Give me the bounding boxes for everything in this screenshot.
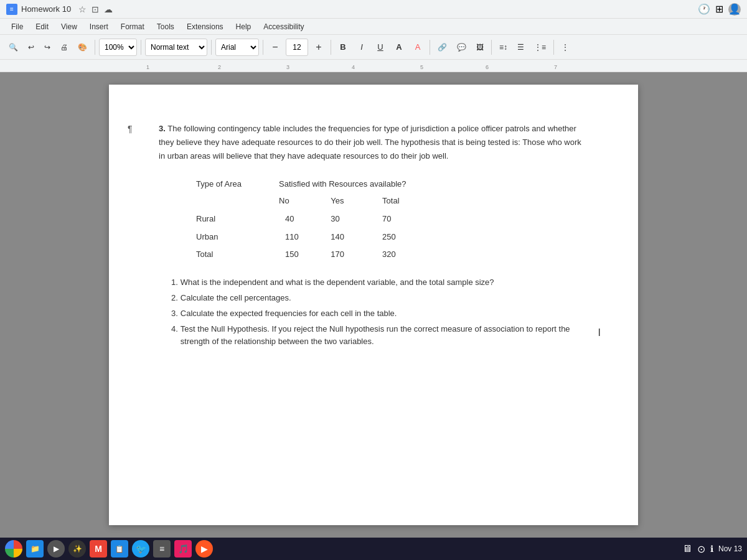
menu-tools[interactable]: Tools bbox=[152, 21, 179, 32]
divider-3 bbox=[211, 40, 212, 55]
bold-button[interactable]: B bbox=[335, 39, 351, 56]
menu-bar: File Edit View Insert Format Tools Exten… bbox=[0, 19, 747, 35]
divider-4 bbox=[263, 40, 263, 55]
app-icon: ≡ bbox=[6, 4, 17, 15]
question-3-block: 3. The following contingency table inclu… bbox=[159, 122, 588, 348]
title-icons: ☆ ⊡ ☁ bbox=[78, 4, 113, 14]
sub-q4-num: 4. bbox=[171, 323, 178, 349]
sub-q3-text: Calculate the expected frequencies for e… bbox=[181, 307, 397, 320]
star-icon[interactable]: ☆ bbox=[78, 4, 87, 14]
taskbar-docs-icon[interactable]: 📋 bbox=[111, 540, 128, 558]
taskbar-spark-icon[interactable]: ✨ bbox=[68, 540, 86, 558]
style-select[interactable]: Normal text bbox=[145, 39, 207, 56]
font-select[interactable]: Arial bbox=[215, 39, 259, 56]
image-button[interactable]: 🖼 bbox=[472, 39, 487, 56]
divider-2 bbox=[141, 40, 141, 55]
contingency-table: Type of Area Satisfied with Resources av… bbox=[184, 175, 419, 264]
cursor-indicator: I bbox=[598, 327, 601, 338]
taskbar-music-icon[interactable]: 🎵 bbox=[174, 540, 192, 558]
doc-area: ¶ 3. The following contingency table inc… bbox=[0, 72, 747, 538]
paint-format-button[interactable]: 🎨 bbox=[74, 39, 91, 56]
sub-q1-num: 1. bbox=[171, 276, 178, 289]
taskbar-play-icon[interactable]: ▶ bbox=[47, 540, 65, 558]
divider-7 bbox=[491, 40, 492, 55]
question-3-intro: 3. The following contingency table inclu… bbox=[159, 122, 588, 163]
sub-questions: 1. What is the independent and what is t… bbox=[159, 276, 588, 348]
taskbar-date: Nov 13 bbox=[718, 544, 742, 553]
italic-button[interactable]: I bbox=[354, 39, 370, 56]
taskbar-right: 🖥 ⊙ ℹ Nov 13 bbox=[682, 543, 742, 555]
table-blank-header bbox=[184, 192, 266, 210]
search-button[interactable]: 🔍 bbox=[5, 39, 22, 56]
print-button[interactable]: 🖨 bbox=[57, 39, 72, 56]
total-no: 150 bbox=[266, 246, 318, 264]
menu-accessibility[interactable]: Accessibility bbox=[258, 21, 309, 32]
total-total: 320 bbox=[370, 246, 418, 264]
increase-font-button[interactable]: + bbox=[311, 39, 327, 56]
urban-yes: 140 bbox=[318, 228, 370, 246]
list-button[interactable]: ☰ bbox=[514, 39, 528, 56]
zoom-select[interactable]: 100% bbox=[99, 39, 137, 56]
highlight-button[interactable]: A bbox=[410, 39, 426, 56]
more-button[interactable]: ⋮ bbox=[558, 39, 573, 56]
ruler: 1 2 3 4 5 6 7 bbox=[0, 60, 747, 72]
menu-format[interactable]: Format bbox=[116, 21, 149, 32]
redo-button[interactable]: ↪ bbox=[40, 39, 54, 56]
underline-button[interactable]: U bbox=[372, 39, 388, 56]
table-no-header: No bbox=[266, 192, 318, 210]
taskbar-gmail-icon[interactable]: M bbox=[90, 540, 107, 558]
taskbar-screen-icon[interactable]: 🖥 bbox=[682, 543, 692, 554]
undo-button[interactable]: ↩ bbox=[24, 39, 38, 56]
sub-question-4: 4. Test the Null Hypothesis. If you reje… bbox=[171, 323, 588, 349]
line-spacing-button[interactable]: ≡↕ bbox=[496, 39, 511, 56]
taskbar-chrome-icon[interactable] bbox=[5, 540, 22, 558]
urban-total: 250 bbox=[370, 228, 418, 246]
urban-no: 110 bbox=[266, 228, 318, 246]
sub-q1-text: What is the independent and what is the … bbox=[181, 276, 494, 289]
decrease-font-button[interactable]: − bbox=[267, 39, 283, 56]
clock-icon: 🕐 bbox=[698, 3, 710, 15]
title-bar-left: ≡ Homework 10 ☆ ⊡ ☁ bbox=[6, 4, 113, 15]
urban-label: Urban bbox=[184, 228, 266, 246]
table-yes-header: Yes bbox=[318, 192, 370, 210]
menu-edit[interactable]: Edit bbox=[31, 21, 54, 32]
divider-5 bbox=[331, 40, 331, 55]
menu-file[interactable]: File bbox=[6, 21, 28, 32]
table-type-header: Type of Area bbox=[184, 175, 266, 192]
menu-view[interactable]: View bbox=[56, 21, 82, 32]
font-size-input[interactable] bbox=[286, 39, 308, 56]
move-icon[interactable]: ⊡ bbox=[92, 4, 99, 14]
sub-question-1: 1. What is the independent and what is t… bbox=[171, 276, 588, 289]
grid-icon[interactable]: ⊞ bbox=[715, 3, 723, 15]
taskbar-bird-icon[interactable]: 🐦 bbox=[132, 540, 149, 558]
sub-question-2: 2. Calculate the cell percentages. bbox=[171, 292, 588, 305]
table-row-rural: Rural 40 30 70 bbox=[184, 210, 419, 228]
link-button[interactable]: 🔗 bbox=[434, 39, 451, 56]
menu-help[interactable]: Help bbox=[231, 21, 256, 32]
table-row-urban: Urban 110 140 250 bbox=[184, 228, 419, 246]
profile-icon[interactable]: 👤 bbox=[728, 3, 741, 16]
taskbar-video-icon[interactable]: ▶ bbox=[195, 540, 213, 558]
taskbar-info-icon[interactable]: ℹ bbox=[710, 544, 713, 554]
comment-button[interactable]: 💬 bbox=[453, 39, 470, 56]
sub-q2-num: 2. bbox=[171, 292, 178, 305]
rural-label: Rural bbox=[184, 210, 266, 228]
page: ¶ 3. The following contingency table inc… bbox=[109, 85, 638, 525]
menu-extensions[interactable]: Extensions bbox=[182, 21, 228, 32]
sub-q2-text: Calculate the cell percentages. bbox=[181, 292, 291, 305]
rural-no: 40 bbox=[266, 210, 318, 228]
rural-yes: 30 bbox=[318, 210, 370, 228]
taskbar-circle-icon[interactable]: ⊙ bbox=[697, 543, 705, 555]
cloud-icon[interactable]: ☁ bbox=[104, 4, 113, 14]
bullet-button[interactable]: ⋮≡ bbox=[530, 39, 550, 56]
table-satisfied-header: Satisfied with Resources available? bbox=[266, 175, 419, 192]
taskbar-settings-icon[interactable]: ≡ bbox=[153, 540, 171, 558]
title-bar-right: 🕐 ⊞ 👤 bbox=[698, 3, 741, 16]
taskbar-files-icon[interactable]: 📁 bbox=[26, 540, 44, 558]
taskbar: 📁 ▶ ✨ M 📋 🐦 ≡ 🎵 ▶ 🖥 ⊙ ℹ Nov 13 bbox=[0, 538, 747, 560]
text-color-button[interactable]: A bbox=[391, 39, 407, 56]
menu-insert[interactable]: Insert bbox=[85, 21, 113, 32]
sub-q3-num: 3. bbox=[171, 307, 178, 320]
divider-1 bbox=[95, 40, 95, 55]
total-yes: 170 bbox=[318, 246, 370, 264]
